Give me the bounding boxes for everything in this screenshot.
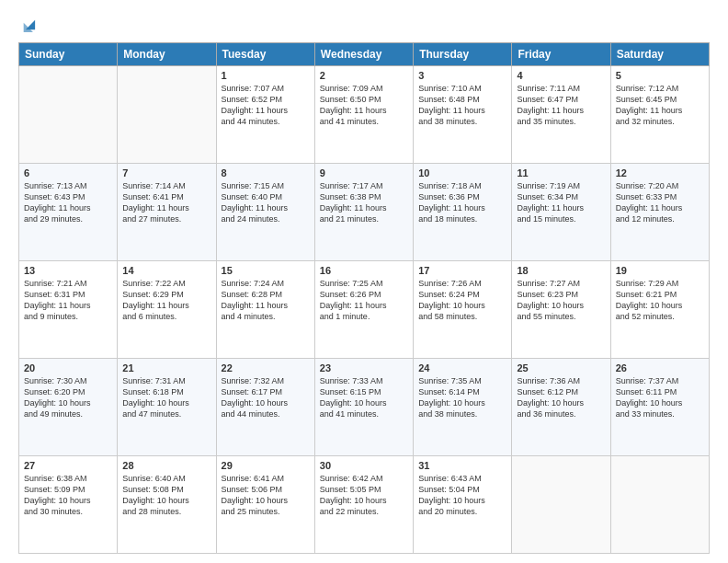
day-info: Sunrise: 7:30 AM Sunset: 6:20 PM Dayligh… [24, 375, 112, 420]
day-info: Sunrise: 7:21 AM Sunset: 6:31 PM Dayligh… [24, 278, 112, 323]
day-info: Sunrise: 7:36 AM Sunset: 6:12 PM Dayligh… [517, 375, 605, 420]
day-info: Sunrise: 7:24 AM Sunset: 6:28 PM Dayligh… [222, 278, 310, 323]
calendar-week-row: 1Sunrise: 7:07 AM Sunset: 6:52 PM Daylig… [19, 66, 710, 164]
day-number: 13 [24, 265, 112, 276]
calendar-day-header: Friday [512, 43, 610, 66]
calendar-day-cell: 29Sunrise: 6:41 AM Sunset: 5:06 PM Dayli… [216, 456, 314, 554]
calendar-table: SundayMondayTuesdayWednesdayThursdayFrid… [18, 42, 710, 554]
day-number: 4 [517, 70, 605, 81]
day-number: 22 [222, 362, 310, 373]
calendar-day-cell [512, 456, 610, 554]
calendar-day-cell: 7Sunrise: 7:14 AM Sunset: 6:41 PM Daylig… [118, 164, 216, 261]
day-number: 1 [222, 70, 310, 81]
calendar-day-cell [118, 66, 216, 164]
calendar-header-row: SundayMondayTuesdayWednesdayThursdayFrid… [19, 43, 710, 66]
calendar-day-cell: 3Sunrise: 7:10 AM Sunset: 6:48 PM Daylig… [414, 66, 512, 164]
calendar-day-cell: 12Sunrise: 7:20 AM Sunset: 6:33 PM Dayli… [610, 164, 709, 261]
day-number: 19 [616, 265, 704, 276]
calendar-day-cell: 26Sunrise: 7:37 AM Sunset: 6:11 PM Dayli… [610, 359, 709, 456]
day-info: Sunrise: 7:17 AM Sunset: 6:38 PM Dayligh… [320, 180, 408, 225]
calendar-day-cell: 18Sunrise: 7:27 AM Sunset: 6:23 PM Dayli… [512, 261, 610, 359]
calendar-day-cell: 21Sunrise: 7:31 AM Sunset: 6:18 PM Dayli… [118, 359, 216, 456]
day-number: 11 [517, 167, 605, 178]
page: SundayMondayTuesdayWednesdayThursdayFrid… [0, 0, 728, 563]
calendar-day-header: Monday [118, 43, 216, 66]
day-number: 20 [24, 362, 112, 373]
logo-icon [20, 15, 40, 35]
calendar-day-cell: 2Sunrise: 7:09 AM Sunset: 6:50 PM Daylig… [314, 66, 413, 164]
day-info: Sunrise: 6:42 AM Sunset: 5:05 PM Dayligh… [320, 473, 408, 518]
day-info: Sunrise: 7:35 AM Sunset: 6:14 PM Dayligh… [418, 375, 506, 420]
day-info: Sunrise: 7:31 AM Sunset: 6:18 PM Dayligh… [122, 375, 210, 420]
calendar-day-cell: 28Sunrise: 6:40 AM Sunset: 5:08 PM Dayli… [118, 456, 216, 554]
calendar-day-cell: 24Sunrise: 7:35 AM Sunset: 6:14 PM Dayli… [414, 359, 512, 456]
calendar-day-cell [610, 456, 709, 554]
day-info: Sunrise: 7:12 AM Sunset: 6:45 PM Dayligh… [616, 83, 704, 128]
calendar-day-cell: 8Sunrise: 7:15 AM Sunset: 6:40 PM Daylig… [216, 164, 314, 261]
day-number: 14 [122, 265, 210, 276]
day-number: 27 [24, 460, 112, 471]
day-info: Sunrise: 7:11 AM Sunset: 6:47 PM Dayligh… [517, 83, 605, 128]
day-info: Sunrise: 7:26 AM Sunset: 6:24 PM Dayligh… [418, 278, 506, 323]
day-info: Sunrise: 6:38 AM Sunset: 5:09 PM Dayligh… [24, 473, 112, 518]
logo [18, 15, 40, 35]
calendar-day-cell: 22Sunrise: 7:32 AM Sunset: 6:17 PM Dayli… [216, 359, 314, 456]
day-info: Sunrise: 7:19 AM Sunset: 6:34 PM Dayligh… [517, 180, 605, 225]
day-info: Sunrise: 7:09 AM Sunset: 6:50 PM Dayligh… [320, 83, 408, 128]
day-info: Sunrise: 6:43 AM Sunset: 5:04 PM Dayligh… [418, 473, 506, 518]
day-number: 5 [616, 70, 704, 81]
day-info: Sunrise: 7:18 AM Sunset: 6:36 PM Dayligh… [418, 180, 506, 225]
calendar-day-cell: 17Sunrise: 7:26 AM Sunset: 6:24 PM Dayli… [414, 261, 512, 359]
day-number: 9 [320, 167, 408, 178]
day-number: 10 [418, 167, 506, 178]
day-info: Sunrise: 6:41 AM Sunset: 5:06 PM Dayligh… [222, 473, 310, 518]
day-number: 21 [122, 362, 210, 373]
day-info: Sunrise: 7:10 AM Sunset: 6:48 PM Dayligh… [418, 83, 506, 128]
day-info: Sunrise: 7:22 AM Sunset: 6:29 PM Dayligh… [122, 278, 210, 323]
day-info: Sunrise: 7:33 AM Sunset: 6:15 PM Dayligh… [320, 375, 408, 420]
calendar-day-cell: 14Sunrise: 7:22 AM Sunset: 6:29 PM Dayli… [118, 261, 216, 359]
calendar-day-cell: 27Sunrise: 6:38 AM Sunset: 5:09 PM Dayli… [19, 456, 118, 554]
calendar-week-row: 6Sunrise: 7:13 AM Sunset: 6:43 PM Daylig… [19, 164, 710, 261]
day-number: 29 [222, 460, 310, 471]
day-number: 12 [616, 167, 704, 178]
calendar-day-cell: 11Sunrise: 7:19 AM Sunset: 6:34 PM Dayli… [512, 164, 610, 261]
calendar-week-row: 13Sunrise: 7:21 AM Sunset: 6:31 PM Dayli… [19, 261, 710, 359]
day-info: Sunrise: 7:13 AM Sunset: 6:43 PM Dayligh… [24, 180, 112, 225]
calendar-day-cell: 9Sunrise: 7:17 AM Sunset: 6:38 PM Daylig… [314, 164, 413, 261]
day-number: 15 [222, 265, 310, 276]
calendar-day-cell: 6Sunrise: 7:13 AM Sunset: 6:43 PM Daylig… [19, 164, 118, 261]
calendar-day-cell: 19Sunrise: 7:29 AM Sunset: 6:21 PM Dayli… [610, 261, 709, 359]
calendar-day-cell: 25Sunrise: 7:36 AM Sunset: 6:12 PM Dayli… [512, 359, 610, 456]
day-number: 2 [320, 70, 408, 81]
calendar-day-header: Tuesday [216, 43, 314, 66]
calendar-week-row: 27Sunrise: 6:38 AM Sunset: 5:09 PM Dayli… [19, 456, 710, 554]
day-info: Sunrise: 7:29 AM Sunset: 6:21 PM Dayligh… [616, 278, 704, 323]
calendar-day-header: Sunday [19, 43, 118, 66]
day-number: 25 [517, 362, 605, 373]
calendar-day-header: Wednesday [314, 43, 413, 66]
calendar-day-cell: 13Sunrise: 7:21 AM Sunset: 6:31 PM Dayli… [19, 261, 118, 359]
header [18, 15, 710, 35]
day-number: 6 [24, 167, 112, 178]
day-number: 8 [222, 167, 310, 178]
calendar-day-cell: 31Sunrise: 6:43 AM Sunset: 5:04 PM Dayli… [414, 456, 512, 554]
day-info: Sunrise: 7:20 AM Sunset: 6:33 PM Dayligh… [616, 180, 704, 225]
logo-text [18, 15, 40, 35]
day-number: 16 [320, 265, 408, 276]
calendar-week-row: 20Sunrise: 7:30 AM Sunset: 6:20 PM Dayli… [19, 359, 710, 456]
day-info: Sunrise: 7:32 AM Sunset: 6:17 PM Dayligh… [222, 375, 310, 420]
day-number: 31 [418, 460, 506, 471]
day-number: 7 [122, 167, 210, 178]
day-info: Sunrise: 7:15 AM Sunset: 6:40 PM Dayligh… [222, 180, 310, 225]
day-number: 23 [320, 362, 408, 373]
day-number: 26 [616, 362, 704, 373]
day-info: Sunrise: 7:27 AM Sunset: 6:23 PM Dayligh… [517, 278, 605, 323]
day-info: Sunrise: 7:14 AM Sunset: 6:41 PM Dayligh… [122, 180, 210, 225]
calendar-day-header: Saturday [610, 43, 709, 66]
calendar-day-cell: 30Sunrise: 6:42 AM Sunset: 5:05 PM Dayli… [314, 456, 413, 554]
calendar-day-cell: 15Sunrise: 7:24 AM Sunset: 6:28 PM Dayli… [216, 261, 314, 359]
calendar-day-cell: 16Sunrise: 7:25 AM Sunset: 6:26 PM Dayli… [314, 261, 413, 359]
calendar-day-cell: 5Sunrise: 7:12 AM Sunset: 6:45 PM Daylig… [610, 66, 709, 164]
calendar-day-cell [19, 66, 118, 164]
